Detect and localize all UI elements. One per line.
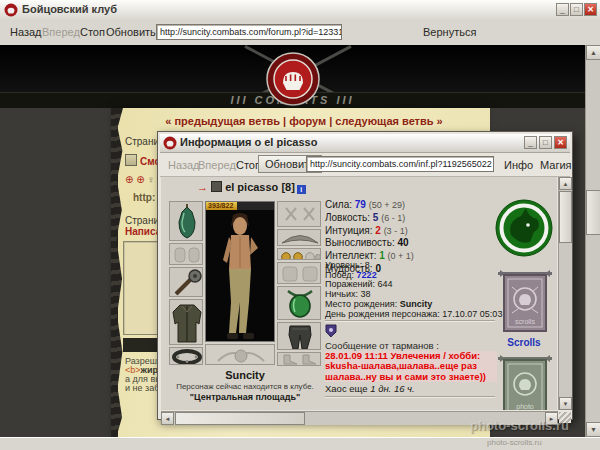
laurel-emblem-icon [206,345,275,365]
photo-banner-icon[interactable]: photo [498,354,552,410]
forward-button[interactable]: Вперед [42,26,80,38]
winged-emblem-icon [278,230,321,246]
rings-icon [278,251,321,260]
main-scrollbar[interactable]: ▲ ▼ [585,45,600,437]
order-icon: ⊕ [125,174,133,185]
info-link[interactable]: Инфо [504,159,533,171]
gloves-ghost-icon [170,244,203,265]
character-portrait: 393/822 [205,201,275,342]
popup-scroll-down-button[interactable]: ▼ [559,397,572,410]
order-icon: ⊕ [136,174,144,185]
belt-icon [170,348,203,365]
app-fist-icon [163,136,177,150]
slot-armor-jacket[interactable] [169,299,203,345]
popup-address-bar[interactable]: http://suncity.combats.com/inf.pl?119256… [306,156,494,172]
scroll-thumb[interactable] [586,190,600,235]
popup-close-button[interactable]: ✕ [554,136,567,149]
slot-rings[interactable] [277,248,321,260]
tarman-message: 28.01.09 11:11 Увлечения / хобби: skusha… [325,351,497,382]
svg-text:scrolls: scrolls [515,318,535,325]
popup-scroll-up-button[interactable]: ▲ [559,177,572,190]
divider [325,396,495,398]
clan-goat-logo[interactable] [495,199,553,257]
stat-row: Ловкость: 5 (6 - 1) [325,212,414,225]
slot-weapon-empty[interactable] [277,201,321,227]
popup-scroll-left-button[interactable]: ◄ [161,412,174,425]
watermark-small: photo-scrolls.ru [487,438,542,447]
magic-link[interactable]: Магия [540,159,572,171]
chaos-status: Хаос еще 1 дн. 16 ч. [325,383,415,394]
gender-icon: ♀ [147,174,155,185]
location-title: Suncity [169,369,321,381]
torn-edge-decoration [111,108,123,437]
bracers-ghost-icon [278,263,321,284]
popup-back-button[interactable]: Назад [168,159,200,171]
character-name: el picasso [225,181,278,193]
hp-value: 393/822 [208,202,233,210]
svg-text:photo: photo [516,403,534,410]
slot-belt[interactable] [169,347,203,365]
slot-gloves-empty[interactable] [169,243,203,265]
slot-necklace[interactable] [277,286,321,320]
character-sheet: → el picasso [8]i [161,177,557,410]
return-link[interactable]: Вернуться [423,26,476,38]
crossed-daggers-ghost-icon [278,202,321,227]
scroll-down-button[interactable]: ▼ [586,422,600,437]
wins-link[interactable]: 7222 [357,270,377,280]
info-icon[interactable]: i [297,185,306,194]
maximize-button[interactable]: □ [570,3,583,16]
character-status-icon[interactable] [211,181,222,192]
view-icon [125,154,137,166]
browser-window: Бойцовский клуб _ □ ✕ Назад Вперед Стоп … [0,0,600,450]
character-level: [8] [281,181,294,193]
slot-clan-emblem-empty[interactable] [205,344,275,365]
link-fragment[interactable]: http: [133,192,155,203]
scroll-up-button[interactable]: ▲ [586,45,600,60]
slot-weapon-mace[interactable] [169,267,203,297]
popup-titlebar: Информация о el picasso _ □ ✕ [160,134,570,153]
character-figure [206,210,274,341]
browser-toolbar: Назад Вперед Стоп Обновить http://suncit… [0,20,600,46]
record-block: Уровень: 8 Побед: 7222 Поражений: 644 Ни… [325,261,502,319]
boots-ghost-icon [278,353,321,366]
slot-amulet[interactable] [169,201,203,241]
minimize-button[interactable]: _ [556,3,569,16]
member-icons: ⊕ ⊕ ♀ [125,174,155,185]
app-fist-icon [4,3,18,17]
popup-toolbar: Назад Вперед Стоп Обновить http://suncit… [160,153,570,177]
stat-row: Сила: 79 (50 + 29) [325,199,414,212]
stop-button[interactable]: Стоп [80,26,105,38]
popup-scrollbar-vertical[interactable]: ▲ ▼ [558,177,572,410]
breadcrumb[interactable]: « предыдущая ветвь | форум | следующая в… [118,115,490,127]
watermark: photo-scrolls.ru [470,418,569,433]
refresh-button[interactable]: Обновить [106,26,156,38]
popup-maximize-button[interactable]: □ [539,136,552,149]
popup-minimize-button[interactable]: _ [524,136,537,149]
necklace-icon [278,287,321,320]
divider [325,320,495,322]
stat-row: Выносливость: 40 [325,237,414,250]
record-row: День рождения персонажа: 17.10.07 05:03 [325,310,502,320]
fist-logo-icon [266,52,320,106]
slot-boots-empty[interactable] [277,352,321,366]
jacket-icon [170,300,203,345]
popup-hscroll-thumb[interactable] [175,412,305,425]
back-button[interactable]: Назад [10,26,42,38]
arrow-icon: → [197,181,208,193]
location-club-link[interactable]: "Центральная площадь" [163,392,327,402]
scrolls-banner-icon[interactable]: scrolls [498,269,552,335]
address-bar[interactable]: http://suncity.combats.com/forum.pl?id=1… [156,24,342,40]
slot-shoulders[interactable] [277,229,321,246]
character-info-window: Информация о el picasso _ □ ✕ Назад Впер… [157,131,573,420]
close-button[interactable]: ✕ [584,3,597,16]
achievement-badge-icon[interactable] [325,324,337,338]
popup-scroll-thumb[interactable] [559,191,572,243]
window-titlebar: Бойцовский клуб _ □ ✕ [0,0,600,21]
slot-bracers-empty[interactable] [277,262,321,284]
popup-forward-button[interactable]: Вперед [198,159,236,171]
combats-banner: III COMBATS III [0,45,585,108]
scrolls-link[interactable]: Scrolls [495,337,553,348]
window-title: Бойцовский клуб [22,3,117,15]
slot-pants[interactable] [277,322,321,350]
character-name-row: → el picasso [8]i [197,181,306,194]
